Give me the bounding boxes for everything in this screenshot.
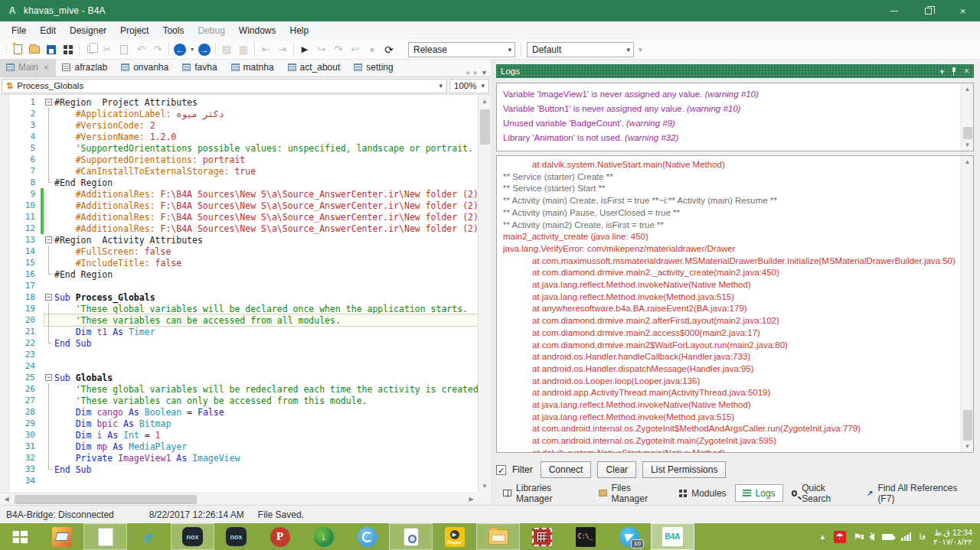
hidden-icons-chevron[interactable]: ▲ (819, 533, 826, 541)
nox-player-2[interactable]: nox (214, 523, 258, 550)
b4a-ide[interactable]: B4A (651, 523, 694, 550)
zoom-select[interactable]: 100% ▾ (449, 79, 489, 93)
tab-onvanha[interactable]: onvanha (115, 59, 176, 76)
panel-close-icon[interactable]: × (964, 66, 969, 76)
avira-antivirus-icon[interactable]: ☂ (834, 531, 846, 543)
tabs-scroll-left-icon[interactable]: ◂ (466, 68, 469, 76)
idm[interactable]: ↓ (302, 523, 345, 550)
panel-tab-modules[interactable]: Modules (672, 484, 733, 502)
export-zip-icon[interactable] (60, 42, 77, 57)
panel-menu-chevron-icon[interactable]: ▾ (940, 67, 944, 76)
connect-button[interactable]: Connect (541, 461, 592, 478)
breakpoint-margin[interactable] (0, 95, 10, 493)
menu-designer[interactable]: Designer (63, 22, 113, 39)
red-grid-app[interactable] (520, 523, 564, 550)
scroll-up-arrow[interactable]: ▲ (962, 156, 974, 168)
line-number: 6 (10, 155, 41, 164)
menu-edit[interactable]: Edit (33, 22, 63, 39)
tab-setting[interactable]: setting (348, 59, 400, 76)
nox-player-1[interactable]: nox (171, 523, 214, 550)
scroll-left-arrow[interactable]: ◀ (0, 493, 13, 506)
scrollbar-thumb[interactable] (963, 127, 972, 139)
tab-main[interactable]: Main× (0, 59, 56, 76)
tabs-overflow-icon[interactable]: ▾ (482, 68, 486, 76)
code-editor[interactable]: 1−#Region Project Attributes2 #Applicati… (0, 94, 491, 493)
code-text: #SupportedOrientations: portrait (54, 155, 245, 165)
scroll-down-arrow[interactable]: ▼ (962, 139, 974, 151)
panel-tab-logs[interactable]: Logs (735, 484, 783, 502)
editor-vertical-scrollbar[interactable]: ▲ ▼ (478, 95, 491, 493)
document-viewer[interactable] (389, 523, 433, 550)
toolbar-overflow-button[interactable]: ▾ (639, 46, 642, 54)
scrollbar-thumb[interactable] (480, 109, 490, 145)
menu-project[interactable]: Project (113, 22, 155, 39)
tab-act-about[interactable]: act_about (282, 59, 348, 76)
panel-tab-find-all-references-f7[interactable]: ↗Find All References (F7) (860, 484, 974, 502)
panel-tab-libraries-manager[interactable]: Libraries Manager (496, 484, 590, 502)
scroll-up-arrow[interactable]: ▲ (479, 95, 492, 108)
paint-app[interactable] (40, 523, 83, 550)
scroll-up-arrow[interactable]: ▲ (962, 83, 974, 95)
pin-icon[interactable] (951, 67, 957, 76)
sub-navigator-select[interactable]: ⇅ Process_Globals ▾ (2, 79, 447, 93)
scrollbar-thumb[interactable] (15, 495, 197, 504)
menu-help[interactable]: Help (283, 22, 316, 39)
tab-favha[interactable]: favha (176, 59, 224, 76)
volume-icon[interactable] (869, 533, 874, 541)
clear-button[interactable]: Clear (597, 461, 636, 478)
network-signal-icon[interactable] (901, 532, 911, 541)
telegram[interactable]: 10 (607, 523, 651, 550)
tabs-scroll-right-icon[interactable]: ▸ (474, 68, 478, 76)
save-icon[interactable] (43, 42, 60, 57)
filter-checkbox[interactable]: ✓ (496, 465, 506, 475)
panel-tab-quick-search[interactable]: Quick Search (785, 484, 858, 502)
pane-splitter[interactable] (491, 60, 496, 505)
menu-file[interactable]: File (5, 22, 33, 39)
tab-close-icon[interactable]: × (44, 63, 48, 72)
start-button[interactable] (0, 523, 40, 550)
action-center-flag-icon[interactable]: ⚑ (854, 532, 862, 542)
list-permissions-button[interactable]: List Permissions (642, 461, 726, 478)
tab-afrazlab[interactable]: afrazlab (56, 59, 115, 76)
scroll-down-arrow[interactable]: ▼ (962, 441, 974, 452)
fold-toggle-icon[interactable]: − (44, 291, 54, 303)
language-indicator[interactable]: فا (919, 532, 926, 542)
new-file-icon[interactable] (9, 42, 26, 57)
panel-tab-files-manager[interactable]: Files Manager (592, 484, 671, 502)
back-dropdown-icon[interactable]: ▾ (188, 42, 196, 57)
minimize-button[interactable] (877, 0, 911, 21)
battery-icon[interactable] (882, 534, 893, 540)
close-button[interactable]: × (946, 0, 980, 21)
psiphon[interactable]: P (258, 523, 302, 550)
notepad[interactable] (83, 523, 127, 550)
fold-toggle-icon[interactable]: − (44, 96, 54, 108)
editor-horizontal-scrollbar[interactable]: ◀ ▶ (0, 493, 478, 505)
file-explorer[interactable] (476, 523, 520, 550)
hotspot-shield[interactable] (345, 523, 389, 550)
taskbar-clock[interactable]: 12:34 ق.ظ ۲۰۱۷/۰۸/۲۲ (933, 528, 972, 546)
profile-select[interactable]: Default ▾ (527, 42, 634, 57)
navigate-forward-icon[interactable]: → (196, 42, 213, 57)
restore-button[interactable] (911, 0, 946, 21)
warnings-scrollbar[interactable]: ▲ ▼ (961, 83, 973, 151)
log-scrollbar[interactable]: ▲ ▼ (961, 156, 973, 452)
menu-tools[interactable]: Tools (155, 22, 191, 39)
toolbar-grip-icon[interactable]: ⋮ (3, 42, 9, 57)
fold-toggle-icon[interactable]: − (44, 234, 54, 246)
scroll-down-arrow[interactable]: ▼ (479, 480, 492, 493)
menu-windows[interactable]: Windows (232, 22, 283, 39)
scrollbar-thumb[interactable] (963, 410, 972, 441)
build-configuration-select[interactable]: Release ▾ (408, 42, 515, 57)
media-player[interactable]: ▶Player (433, 523, 476, 550)
internet-explorer[interactable]: e (127, 523, 171, 550)
open-project-icon[interactable] (26, 42, 43, 57)
clock-time: 12:34 ق.ظ (933, 528, 972, 537)
scroll-right-arrow[interactable]: ▶ (465, 493, 478, 506)
command-prompt[interactable]: C:\_ (564, 523, 607, 550)
run-icon[interactable]: ▶ (296, 42, 313, 57)
tab-matnha[interactable]: matnha (225, 59, 282, 76)
fold-toggle-icon[interactable]: − (44, 372, 54, 383)
navigate-back-icon[interactable]: ← (172, 42, 188, 57)
rebuild-icon[interactable]: ⟳ (381, 42, 397, 57)
copy-icon (82, 42, 99, 57)
